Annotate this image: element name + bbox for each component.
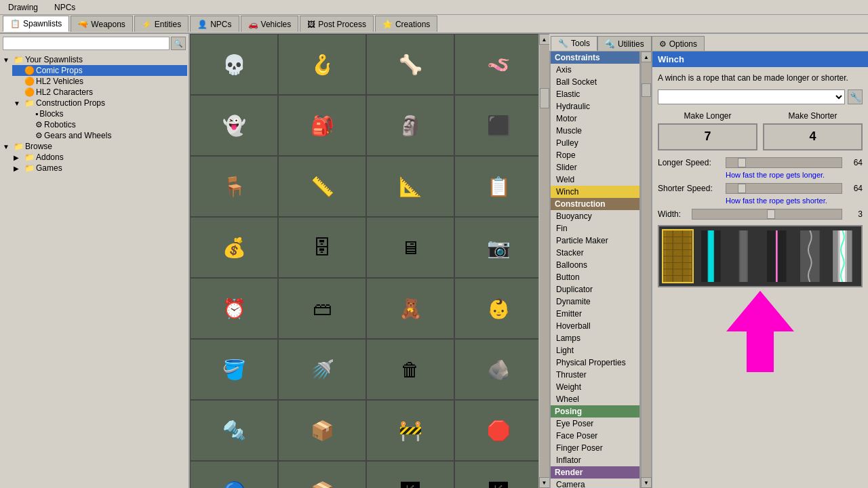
tools-scroll-down[interactable]: ▼: [641, 477, 652, 488]
scroll-track[interactable]: [540, 45, 549, 477]
tab-creations[interactable]: ⭐ Creations: [375, 16, 437, 32]
tools-scroll-thumb[interactable]: [642, 83, 651, 97]
tree-item-gears[interactable]: ⚙ Gears and Wheels: [23, 130, 187, 141]
list-item[interactable]: 🚧: [366, 400, 454, 461]
list-item[interactable]: 💰: [190, 217, 278, 278]
scroll-thumb[interactable]: [540, 88, 549, 108]
list-item[interactable]: 📏: [278, 156, 366, 217]
tree-item-comicprops[interactable]: 🟠 Comic Props: [12, 65, 187, 76]
list-item[interactable]: 🗄: [278, 217, 366, 278]
list-item[interactable]: 🪨: [454, 339, 538, 400]
longer-speed-slider[interactable]: [726, 157, 842, 168]
tree-item-spawnlists[interactable]: ▼ 📁 Your Spawnlists: [1, 54, 187, 65]
list-item[interactable]: 🗿: [366, 95, 454, 156]
tree-item-robotics[interactable]: ⚙ Robotics: [23, 119, 187, 130]
tool-rope[interactable]: Rope: [551, 149, 639, 161]
rope-preview-pink[interactable]: [761, 229, 793, 283]
tool-lamps[interactable]: Lamps: [551, 332, 639, 344]
tool-weld[interactable]: Weld: [551, 174, 639, 186]
tab-npcs[interactable]: 👤 NPCs: [190, 16, 239, 32]
rope-preview-dark[interactable]: [728, 229, 760, 283]
tool-fingerposer[interactable]: Finger Poser: [551, 442, 639, 454]
tool-light[interactable]: Light: [551, 344, 639, 357]
tree-item-constructionprops[interactable]: ▼ 📁 Construction Props: [12, 98, 187, 108]
tool-eyeposer[interactable]: Eye Poser: [551, 418, 639, 430]
tool-physicalprops[interactable]: Physical Properties: [551, 357, 639, 369]
tool-tab-utilities[interactable]: 🔩 Utilities: [597, 36, 652, 51]
tool-camera[interactable]: Camera: [551, 479, 639, 488]
list-item[interactable]: 🎒: [278, 95, 366, 156]
tree-item-blocks[interactable]: ▪ Blocks: [23, 108, 187, 119]
list-item[interactable]: 📋: [454, 156, 538, 217]
wrench-button[interactable]: 🔧: [848, 89, 863, 104]
tool-hydraulic[interactable]: Hydraulic: [551, 100, 639, 113]
shorter-speed-slider[interactable]: [726, 183, 842, 194]
list-item[interactable]: 🪱: [454, 34, 538, 95]
list-item[interactable]: 📐: [366, 156, 454, 217]
list-item[interactable]: 🦴: [366, 34, 454, 95]
list-item[interactable]: 🅺: [454, 461, 538, 488]
tree-item-hl2chars[interactable]: 🟠 HL2 Characters: [12, 87, 187, 98]
list-item[interactable]: ⬛: [454, 95, 538, 156]
list-item[interactable]: 🔵: [190, 461, 278, 488]
tree-toggle-addons[interactable]: ▶: [14, 154, 23, 161]
list-item[interactable]: 📦: [278, 461, 366, 488]
list-item[interactable]: ⏰: [190, 278, 278, 339]
tool-hoverball[interactable]: Hoverball: [551, 320, 639, 332]
width-slider[interactable]: [692, 209, 842, 220]
tree-toggle-construction[interactable]: ▼: [14, 100, 23, 107]
tools-scroll-track[interactable]: [642, 62, 651, 477]
make-longer-input[interactable]: 7: [658, 123, 757, 150]
shorter-speed-thumb[interactable]: [738, 184, 746, 193]
tool-motor[interactable]: Motor: [551, 113, 639, 125]
list-item[interactable]: 👶: [454, 278, 538, 339]
tool-balloons[interactable]: Balloons: [551, 259, 639, 271]
tool-wheel[interactable]: Wheel: [551, 393, 639, 405]
tool-pulley[interactable]: Pulley: [551, 137, 639, 149]
tool-button[interactable]: Button: [551, 271, 639, 283]
tool-muscle[interactable]: Muscle: [551, 125, 639, 137]
tree-toggle-spawnlists[interactable]: ▼: [3, 56, 12, 64]
menu-drawing[interactable]: Drawing: [3, 1, 43, 14]
tab-spawnlists[interactable]: 📋 Spawnlists: [3, 16, 69, 32]
tool-duplicator[interactable]: Duplicator: [551, 283, 639, 296]
winch-dropdown[interactable]: [658, 89, 845, 104]
list-item[interactable]: 🅺: [366, 461, 454, 488]
list-item[interactable]: 🗑: [366, 339, 454, 400]
tree-toggle-games[interactable]: ▶: [14, 165, 23, 172]
tree-toggle-browse[interactable]: ▼: [3, 143, 12, 150]
list-item[interactable]: 🚿: [278, 339, 366, 400]
tool-axis[interactable]: Axis: [551, 64, 639, 76]
list-item[interactable]: 💀: [190, 34, 278, 95]
list-item[interactable]: 🔩: [190, 400, 278, 461]
rope-preview-wire[interactable]: [794, 229, 826, 283]
width-thumb[interactable]: [767, 209, 775, 219]
make-shorter-input[interactable]: 4: [763, 123, 863, 150]
list-item[interactable]: 🗃: [278, 278, 366, 339]
rope-preview-beam[interactable]: [695, 229, 727, 283]
tool-dynamite[interactable]: Dynamite: [551, 296, 639, 308]
list-item[interactable]: 🧸: [366, 278, 454, 339]
list-item[interactable]: 🪣: [190, 339, 278, 400]
tab-vehicles[interactable]: 🚗 Vehicles: [241, 16, 299, 32]
rope-preview-chain[interactable]: [662, 229, 694, 283]
tool-stacker[interactable]: Stacker: [551, 247, 639, 259]
tool-fin[interactable]: Fin: [551, 222, 639, 235]
list-item[interactable]: 👻: [190, 95, 278, 156]
tree-item-addons[interactable]: ▶ 📁 Addons: [12, 152, 187, 163]
tree-item-hl2vehicles[interactable]: 🟠 HL2 Vehicles: [12, 76, 187, 87]
list-item[interactable]: 🪝: [278, 34, 366, 95]
list-item[interactable]: 🖥: [366, 217, 454, 278]
tree-item-browse[interactable]: ▼ 📁 Browse: [1, 141, 187, 152]
scroll-down-button[interactable]: ▼: [539, 477, 550, 488]
list-item[interactable]: 📷: [454, 217, 538, 278]
tool-inflator[interactable]: Inflator: [551, 454, 639, 466]
tab-entities[interactable]: ⚡ Entities: [134, 16, 189, 32]
tool-slider[interactable]: Slider: [551, 161, 639, 174]
tool-faceposer[interactable]: Face Poser: [551, 430, 639, 442]
tool-buoyancy[interactable]: Buoyancy: [551, 210, 639, 222]
tab-weapons[interactable]: 🔫 Weapons: [71, 16, 132, 32]
tool-elastic[interactable]: Elastic: [551, 88, 639, 100]
tool-emitter[interactable]: Emitter: [551, 308, 639, 320]
tool-tab-tools[interactable]: 🔧 Tools: [551, 36, 597, 51]
